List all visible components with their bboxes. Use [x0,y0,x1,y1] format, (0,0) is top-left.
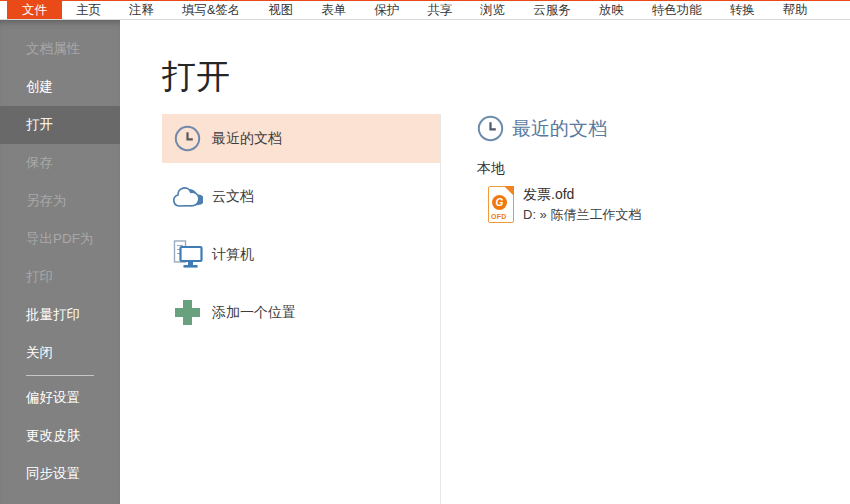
tab-slideshow[interactable]: 放映 [585,1,638,19]
app-window: 文件 主页 注释 填写&签名 视图 表单 保护 共享 浏览 云服务 放映 特色功… [0,0,850,504]
sidebar-item-export-pdf: 导出PDF为 [0,220,120,258]
backstage-body: 文档属性 创建 打开 保存 另存为 导出PDF为 打印 批量打印 关闭 偏好设置… [0,20,850,504]
tab-cloud-service[interactable]: 云服务 [519,1,585,19]
recent-group-local: 本地 [477,160,827,178]
sidebar-item-batch-print[interactable]: 批量打印 [0,296,120,334]
backstage-sidebar: 文档属性 创建 打开 保存 另存为 导出PDF为 打印 批量打印 关闭 偏好设置… [0,20,120,504]
open-item-recent-documents[interactable]: 最近的文档 [162,114,440,163]
open-item-label: 云文档 [212,188,254,206]
sidebar-item-sync-settings[interactable]: 同步设置 [0,455,120,493]
tab-help[interactable]: 帮助 [769,1,822,19]
computer-icon [172,240,203,269]
open-item-cloud-documents[interactable]: 云文档 [162,172,440,221]
tab-form[interactable]: 表单 [307,1,360,19]
plus-icon [172,299,203,326]
open-page: 打开 最近的文档 [120,20,850,504]
tab-fill-sign[interactable]: 填写&签名 [168,1,254,19]
open-location-list: 最近的文档 云文档 [162,114,440,337]
ofd-type-badge: OFD [491,213,507,220]
recent-file-text: 发票.ofd D: » 陈倩兰工作文档 [523,186,641,222]
recent-file-path: D: » 陈倩兰工作文档 [523,207,641,222]
tab-special-features[interactable]: 特色功能 [638,1,716,19]
tab-share[interactable]: 共享 [413,1,466,19]
clock-icon [477,115,504,142]
ofd-file-icon: G OFD [488,186,514,223]
sidebar-item-print: 打印 [0,258,120,296]
sidebar-item-open[interactable]: 打开 [0,106,120,144]
open-item-label: 最近的文档 [212,130,282,148]
clock-icon [172,125,203,152]
recent-file-item[interactable]: G OFD 发票.ofd D: » 陈倩兰工作文档 [488,186,827,223]
open-item-add-place[interactable]: 添加一个位置 [162,288,440,337]
tab-comment[interactable]: 注释 [115,1,168,19]
open-item-label: 添加一个位置 [212,304,296,322]
sidebar-divider [26,375,94,376]
recent-panel-header: 最近的文档 [477,115,827,142]
sidebar-item-change-skin[interactable]: 更改皮肤 [0,417,120,455]
tab-convert[interactable]: 转换 [716,1,769,19]
folded-corner-icon [504,186,514,196]
tab-file[interactable]: 文件 [7,1,62,19]
cloud-icon [172,186,203,208]
recent-file-name: 发票.ofd [523,186,641,202]
tab-view[interactable]: 视图 [254,1,307,19]
panel-divider [440,114,441,504]
ofd-logo-badge: G [492,195,507,210]
sidebar-item-create[interactable]: 创建 [0,68,120,106]
tab-home[interactable]: 主页 [62,1,115,19]
sidebar-item-save-as: 另存为 [0,182,120,220]
recent-documents-panel: 最近的文档 本地 G OFD 发票.ofd D: » 陈倩兰工作文档 [477,115,827,223]
open-item-label: 计算机 [212,246,254,264]
sidebar-item-doc-properties: 文档属性 [0,30,120,68]
recent-panel-title: 最近的文档 [512,116,607,142]
open-item-computer[interactable]: 计算机 [162,230,440,279]
sidebar-item-preferences[interactable]: 偏好设置 [0,379,120,417]
menu-bar: 文件 主页 注释 填写&签名 视图 表单 保护 共享 浏览 云服务 放映 特色功… [0,0,850,20]
tab-protect[interactable]: 保护 [360,1,413,19]
sidebar-item-save: 保存 [0,144,120,182]
tab-browse[interactable]: 浏览 [466,1,519,19]
page-title: 打开 [162,56,230,96]
sidebar-item-close[interactable]: 关闭 [0,334,120,372]
